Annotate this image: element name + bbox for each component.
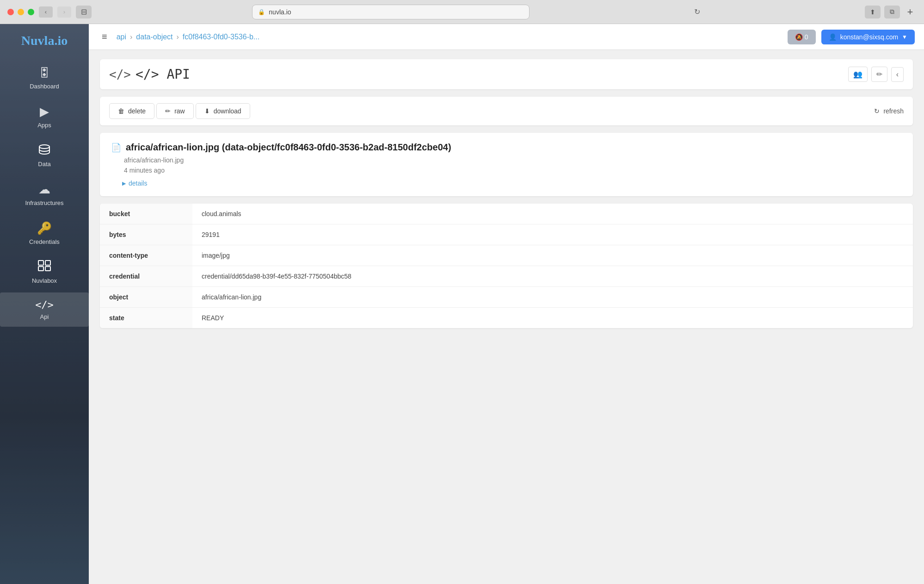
breadcrumb-sep-2: › — [177, 33, 179, 41]
traffic-lights — [7, 9, 34, 15]
svg-rect-4 — [45, 267, 50, 271]
group-icon: 👥 — [853, 70, 862, 79]
refresh-label: refresh — [883, 107, 904, 115]
close-button[interactable] — [7, 9, 14, 15]
sidebar-item-api[interactable]: </> Api — [0, 292, 89, 327]
pencil-icon: ✏ — [165, 107, 171, 115]
sidebar-nav: 🎛 Dashboard ▶ Apps Data ☁ Infr — [0, 59, 89, 327]
sidebar: Nuvla.io 🎛 Dashboard ▶ Apps Data — [0, 24, 89, 584]
user-icon: 👤 — [829, 33, 837, 41]
menu-button[interactable]: ≡ — [98, 30, 111, 44]
row-val-bytes: 29191 — [192, 224, 913, 245]
svg-rect-3 — [38, 267, 43, 271]
topbar-actions: 🔕 0 👤 konstan@sixsq.com ▼ — [788, 30, 915, 44]
tab-overview-button[interactable]: ⧉ — [884, 6, 900, 19]
file-subtitle: africa/african-lion.jpg — [124, 156, 902, 164]
app-container: Nuvla.io 🎛 Dashboard ▶ Apps Data — [0, 24, 924, 584]
row-val-object: africa/african-lion.jpg — [192, 287, 913, 307]
download-label: download — [214, 107, 241, 115]
raw-button[interactable]: ✏ raw — [156, 103, 194, 119]
chevron-right-icon: ▶ — [122, 180, 126, 186]
sidebar-item-label-dashboard: Dashboard — [30, 83, 59, 90]
dashboard-icon: 🎛 — [38, 66, 50, 80]
share-button[interactable]: ⬆ — [865, 6, 881, 19]
apps-icon: ▶ — [40, 105, 49, 119]
table-row: bytes 29191 — [100, 224, 913, 245]
sidebar-item-apps[interactable]: ▶ Apps — [0, 98, 89, 135]
user-menu-button[interactable]: 👤 konstan@sixsq.com ▼ — [821, 30, 915, 44]
table-row: credential credential/dd65da98-b39f-4e55… — [100, 266, 913, 287]
delete-button[interactable]: 🗑 delete — [109, 103, 154, 119]
main-content: ≡ api › data-object › fc0f8463-0fd0-3536… — [89, 24, 924, 584]
nuvlabox-icon — [38, 260, 51, 274]
edit-icon-button[interactable]: ✏ — [871, 67, 887, 82]
back-button[interactable]: ‹ — [39, 6, 53, 18]
file-name: africa/african-lion.jpg (data-object/fc0… — [126, 142, 451, 153]
browser-actions: ⬆ ⧉ + — [865, 6, 917, 19]
address-bar[interactable]: 🔒 nuvla.io — [252, 5, 530, 19]
maximize-button[interactable] — [28, 9, 34, 15]
row-key-object: object — [100, 287, 192, 307]
file-document-icon: 📄 — [111, 143, 121, 153]
details-toggle-button[interactable]: ▶ details — [122, 180, 147, 187]
chevron-left-icon: ‹ — [896, 70, 899, 79]
data-icon — [38, 143, 50, 158]
sidebar-item-label-apps: Apps — [37, 122, 51, 129]
sidebar-item-label-api: Api — [40, 313, 49, 320]
row-val-state: READY — [192, 308, 913, 328]
topbar: ≡ api › data-object › fc0f8463-0fd0-3536… — [89, 24, 924, 50]
download-button[interactable]: ⬇ download — [196, 103, 250, 119]
group-icon-button[interactable]: 👥 — [848, 67, 868, 82]
notifications-button[interactable]: 🔕 0 — [788, 30, 816, 44]
raw-label: raw — [174, 107, 185, 115]
sidebar-item-label-credentials: Credentials — [29, 238, 60, 245]
sidebar-item-label-infrastructures: Infrastructures — [25, 199, 63, 206]
row-key-bytes: bytes — [100, 224, 192, 245]
breadcrumb-sep-1: › — [130, 33, 132, 41]
svg-point-0 — [39, 145, 49, 149]
row-key-content-type: content-type — [100, 245, 192, 266]
details-label: details — [129, 180, 147, 187]
new-tab-button[interactable]: + — [904, 6, 917, 19]
table-row: state READY — [100, 308, 913, 328]
sidebar-item-nuvlabox[interactable]: Nuvlabox — [0, 254, 89, 291]
delete-label: delete — [128, 107, 146, 115]
dropdown-arrow-icon: ▼ — [902, 34, 907, 40]
row-key-bucket: bucket — [100, 204, 192, 224]
page-content: </> </> API 👥 ✏ ‹ � — [89, 50, 924, 584]
breadcrumb: api › data-object › fc0f8463-0fd0-3536-b… — [117, 33, 260, 41]
row-key-state: state — [100, 308, 192, 328]
breadcrumb-item-data-object[interactable]: data-object — [136, 33, 172, 41]
breadcrumb-item-api[interactable]: api — [117, 33, 126, 41]
titlebar: ‹ › ⊟ 🔒 nuvla.io ↻ ⬆ ⧉ + — [0, 0, 924, 24]
refresh-button[interactable]: ↻ refresh — [874, 107, 904, 115]
api-icon: </> — [35, 299, 54, 311]
svg-rect-2 — [45, 261, 50, 265]
svg-rect-1 — [38, 261, 43, 265]
user-label: konstan@sixsq.com — [840, 33, 898, 41]
forward-button[interactable]: › — [57, 6, 71, 18]
sidebar-toggle-button[interactable]: ⊟ — [76, 6, 92, 19]
table-row: bucket cloud.animals — [100, 204, 913, 224]
sidebar-item-infrastructures[interactable]: ☁ Infrastructures — [0, 176, 89, 213]
row-val-bucket: cloud.animals — [192, 204, 913, 224]
minimize-button[interactable] — [18, 9, 24, 15]
sidebar-item-dashboard[interactable]: 🎛 Dashboard — [0, 59, 89, 96]
sidebar-item-label-nuvlabox: Nuvlabox — [32, 277, 57, 284]
table-row: object africa/african-lion.jpg — [100, 287, 913, 308]
data-table: bucket cloud.animals bytes 29191 content… — [100, 204, 913, 328]
api-header-actions: 👥 ✏ ‹ — [848, 67, 904, 82]
file-title: 📄 africa/african-lion.jpg (data-object/f… — [111, 142, 902, 153]
back-icon-button[interactable]: ‹ — [891, 67, 904, 82]
trash-icon: 🗑 — [118, 107, 124, 115]
sidebar-item-label-data: Data — [38, 161, 50, 168]
sidebar-item-credentials[interactable]: 🔑 Credentials — [0, 215, 89, 252]
sidebar-item-data[interactable]: Data — [0, 137, 89, 174]
file-time: 4 minutes ago — [124, 167, 902, 174]
api-title: </> </> API — [109, 67, 190, 82]
row-key-credential: credential — [100, 266, 192, 286]
credentials-icon: 🔑 — [37, 221, 52, 236]
file-card: 📄 africa/african-lion.jpg (data-object/f… — [100, 133, 913, 196]
infrastructures-icon: ☁ — [38, 182, 50, 197]
reload-button[interactable]: ↻ — [690, 6, 704, 19]
